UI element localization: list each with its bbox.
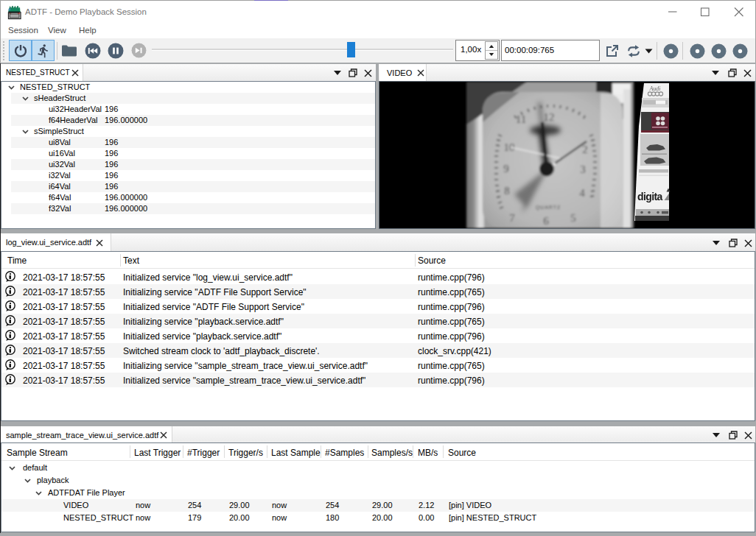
svg-text:6: 6: [543, 215, 549, 227]
svg-text:Audi: Audi: [648, 85, 660, 92]
svg-text:9: 9: [503, 163, 509, 174]
svg-text:3: 3: [580, 163, 586, 175]
svg-text:2: 2: [582, 144, 588, 155]
svg-text:5: 5: [570, 212, 576, 224]
svg-text:digita: digita: [637, 191, 663, 202]
svg-text:8: 8: [504, 185, 510, 197]
svg-text:11: 11: [516, 113, 526, 125]
svg-text:12: 12: [544, 111, 555, 123]
svg-text:7: 7: [509, 212, 515, 224]
svg-text:QUARTZ: QUARTZ: [536, 205, 561, 211]
svg-text:4: 4: [579, 187, 585, 199]
